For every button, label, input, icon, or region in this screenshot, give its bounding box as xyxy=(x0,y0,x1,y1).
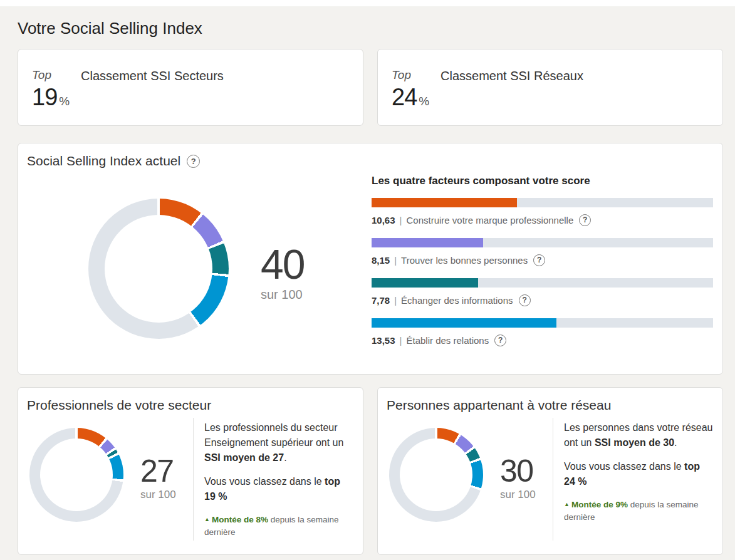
factor-label: Échanger des informations xyxy=(401,295,513,306)
sector-comparison-card: Professionnels de votre secteur 27 sur 1… xyxy=(18,387,363,555)
help-icon[interactable]: ? xyxy=(494,334,506,346)
separator: | xyxy=(394,295,397,306)
factor-row-insights: 7,78 | Échanger des informations ? xyxy=(372,278,713,309)
vertical-divider xyxy=(193,418,194,541)
current-ssi-title: Social Selling Index actuel xyxy=(27,153,180,169)
factor-bar-track xyxy=(372,318,713,328)
factor-value: 13,53 xyxy=(372,335,395,346)
factor-bar-relationships xyxy=(372,318,556,328)
current-ssi-card: Social Selling Index actuel ? 40 sur 100… xyxy=(18,143,723,375)
sector-average-text: Les professionnels du secteur Enseigneme… xyxy=(204,420,353,465)
out-of-label: sur 100 xyxy=(261,288,304,302)
trend-up-icon: ▲ xyxy=(564,501,570,507)
rank-prefix-label: Top xyxy=(392,68,440,82)
factor-value: 10,63 xyxy=(372,215,395,226)
factor-value: 8,15 xyxy=(372,255,390,266)
sector-rank-value-block: Top 19 % xyxy=(32,68,81,125)
factor-bar-track xyxy=(372,198,713,207)
trend-up-icon: ▲ xyxy=(204,516,210,522)
factor-row-people: 8,15 | Trouver les bonnes personnes ? xyxy=(372,238,713,269)
sector-trend-text: ▲Montée de 8% depuis la semaine dernière xyxy=(204,513,353,539)
network-rank-card: Top 24 % Classement SSI Réseaux xyxy=(377,49,723,126)
factor-bar-track xyxy=(372,278,713,288)
top-white-strip xyxy=(0,0,735,6)
out-of-label: sur 100 xyxy=(140,489,176,501)
sector-card-title: Professionnels de votre secteur xyxy=(27,398,211,413)
donut-hole xyxy=(105,215,212,323)
network-rank-value-block: Top 24 % xyxy=(392,68,440,125)
sector-description: Les professionnels du secteur Enseigneme… xyxy=(204,420,353,547)
help-icon[interactable]: ? xyxy=(519,294,531,306)
sector-average-donut xyxy=(29,428,123,522)
factor-value: 7,78 xyxy=(372,295,390,306)
factor-label: Établir des relations xyxy=(406,335,489,346)
factor-bar-people xyxy=(372,238,483,247)
score-factors: Les quatre facteurs composant votre scor… xyxy=(372,175,713,358)
page-title: Votre Social Selling Index xyxy=(18,18,723,39)
factor-row-relationships: 13,53 | Établir des relations ? xyxy=(372,318,713,349)
network-average-text: Les personnes dans votre réseau ont un S… xyxy=(564,420,713,450)
help-icon[interactable]: ? xyxy=(579,214,591,226)
separator: | xyxy=(400,215,402,226)
sector-score-block: 27 sur 100 xyxy=(140,455,176,501)
sector-rank-value: 19 xyxy=(32,85,57,109)
network-trend-text: ▲Montée de 9% depuis la semaine dernière xyxy=(564,498,713,524)
network-rank-text: Vous vous classez dans le top 24 % xyxy=(564,459,713,489)
help-icon[interactable]: ? xyxy=(187,155,200,168)
sector-rank-card: Top 19 % Classement SSI Secteurs xyxy=(18,49,363,126)
separator: | xyxy=(394,255,397,266)
current-ssi-score-block: 40 sur 100 xyxy=(261,244,304,302)
sector-average-score: 27 xyxy=(140,455,176,487)
donut-hole xyxy=(400,438,472,511)
network-rank-title: Classement SSI Réseaux xyxy=(440,69,583,125)
out-of-label: sur 100 xyxy=(500,489,536,501)
separator: | xyxy=(400,335,402,346)
help-icon[interactable]: ? xyxy=(533,254,545,266)
percent-sign: % xyxy=(59,95,70,108)
rank-prefix-label: Top xyxy=(32,68,81,82)
network-average-score: 30 xyxy=(500,455,536,487)
factor-bar-brand xyxy=(372,198,517,207)
factor-label: Trouver les bonnes personnes xyxy=(401,255,528,266)
factor-bar-track xyxy=(372,238,713,247)
comparison-cards-row: Professionnels de votre secteur 27 sur 1… xyxy=(18,387,723,555)
factor-label: Construire votre marque professionnelle xyxy=(406,215,573,226)
factors-heading: Les quatre facteurs composant votre scor… xyxy=(372,175,713,187)
network-description: Les personnes dans votre réseau ont un S… xyxy=(564,420,713,532)
factor-row-brand: 10,63 | Construire votre marque professi… xyxy=(372,198,713,229)
rank-cards-row: Top 19 % Classement SSI Secteurs Top 24 … xyxy=(18,49,723,126)
vertical-divider xyxy=(553,418,553,541)
sector-rank-title: Classement SSI Secteurs xyxy=(81,69,224,125)
current-ssi-score: 40 xyxy=(261,244,304,286)
network-rank-value: 24 xyxy=(392,85,417,109)
donut-hole xyxy=(40,438,113,511)
sector-rank-text: Vous vous classez dans le top 19 % xyxy=(204,474,353,504)
current-ssi-donut xyxy=(88,199,229,339)
network-average-donut xyxy=(389,428,483,522)
network-card-title: Personnes appartenant à votre réseau xyxy=(387,398,611,413)
network-score-block: 30 sur 100 xyxy=(500,455,536,501)
network-comparison-card: Personnes appartenant à votre réseau 30 … xyxy=(377,387,723,555)
percent-sign: % xyxy=(419,95,429,108)
ssi-dashboard: Votre Social Selling Index Top 19 % Clas… xyxy=(0,18,735,555)
factor-bar-insights xyxy=(372,278,478,288)
